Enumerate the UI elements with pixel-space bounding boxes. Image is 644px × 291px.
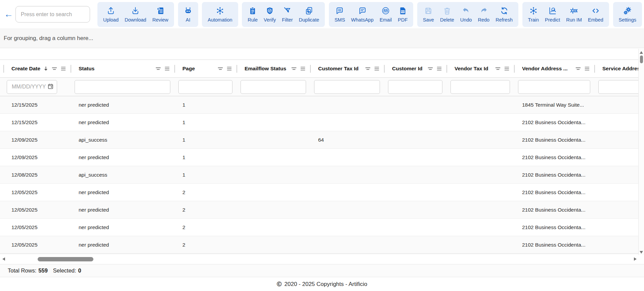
cell-page: 1 xyxy=(174,102,237,108)
toolbar-button-download[interactable]: Download xyxy=(122,6,149,23)
toolbar-button-undo[interactable]: Undo xyxy=(457,6,475,23)
filter-input-vendor_tax_id[interactable] xyxy=(450,80,510,94)
header-filter-icon[interactable] xyxy=(495,67,501,71)
filter-input-service_address[interactable] xyxy=(598,80,638,94)
toolbar-button-redo[interactable]: Redo xyxy=(475,6,493,23)
toolbar-button-refresh[interactable]: Refresh xyxy=(492,6,516,23)
column-menu-icon[interactable] xyxy=(227,66,232,71)
toolbar-button-rule[interactable]: Rule xyxy=(245,6,261,23)
column-menu-icon[interactable] xyxy=(504,66,509,71)
toolbar-button-train[interactable]: Train xyxy=(525,6,542,23)
toolbar-button-label: Rule xyxy=(248,17,258,23)
scroll-up-arrow-icon[interactable] xyxy=(640,51,643,54)
header-filter-icon[interactable] xyxy=(428,67,433,71)
column-header-page[interactable]: Page xyxy=(174,60,237,77)
toolbar-button-email[interactable]: Email xyxy=(377,6,395,23)
table-row[interactable]: 12/15/2025ner predicted11845 Terminal Wa… xyxy=(0,96,638,114)
column-menu-icon[interactable] xyxy=(300,66,305,71)
horizontal-scrollbar-thumb[interactable] xyxy=(38,257,93,261)
filter-input-status[interactable] xyxy=(75,80,170,94)
toolbar-group: AI xyxy=(178,2,198,27)
filter-input-customer_id[interactable] xyxy=(388,80,442,94)
table-row[interactable]: 12/05/2025ner predicted22102 Business Oc… xyxy=(0,236,638,254)
cell-status: ner predicted xyxy=(71,154,174,160)
scroll-down-arrow-icon[interactable] xyxy=(640,251,643,254)
header-filter-icon[interactable] xyxy=(365,67,371,71)
column-menu-icon[interactable] xyxy=(61,66,66,71)
filter-input-customer_tax_id[interactable] xyxy=(314,80,380,94)
table-row[interactable]: 12/15/2025ner predicted12102 Business Oc… xyxy=(0,114,638,131)
toolbar-button-label: Settings xyxy=(619,17,636,23)
header-filter-icon[interactable] xyxy=(218,67,223,71)
scroll-left-arrow-icon[interactable] xyxy=(2,257,5,261)
toolbar-button-settings[interactable]: Settings xyxy=(616,6,639,23)
toolbar-button-verify[interactable]: Verify xyxy=(261,6,279,23)
column-menu-icon[interactable] xyxy=(437,66,442,71)
pdf-icon: PDF xyxy=(398,6,407,15)
cell-status: ner predicted xyxy=(71,242,174,248)
calendar-icon[interactable] xyxy=(48,83,53,90)
grouping-bar-text: For grouping, drag a column here... xyxy=(4,35,93,42)
upload-icon xyxy=(106,6,115,15)
toolbar-button-pdf[interactable]: PDFPDF xyxy=(395,6,411,23)
vertical-scrollbar-thumb[interactable] xyxy=(640,56,643,63)
date-filter-input[interactable]: MM/DD/YYYY xyxy=(7,80,57,94)
table-row[interactable]: 12/05/2025ner predicted22102 Business Oc… xyxy=(0,219,638,236)
toolbar-button-run-im[interactable]: Run IM xyxy=(563,6,585,23)
column-header-customer_id[interactable]: Customer Id xyxy=(384,60,446,77)
column-header-service_address[interactable]: Service Address ... xyxy=(594,60,638,77)
column-menu-icon[interactable] xyxy=(374,66,379,71)
toolbar-button-predict[interactable]: Predict xyxy=(542,6,563,23)
filter-input-page[interactable] xyxy=(178,80,232,94)
status-bar: Total Rows: 559 Selected: 0 xyxy=(0,264,644,277)
column-header-customer_tax_id[interactable]: Customer Tax Id xyxy=(310,60,384,77)
grouping-bar[interactable]: For grouping, drag a column here... xyxy=(0,29,644,48)
toolbar-button-label: Review xyxy=(152,17,168,23)
toolbar-button-whatsapp[interactable]: WhatsApp xyxy=(348,6,377,23)
column-header-create_date[interactable]: Create Date xyxy=(3,60,71,77)
filter-input-emailflow_status[interactable] xyxy=(241,80,306,94)
toolbar-button-upload[interactable]: Upload xyxy=(100,6,122,23)
filter-input-vendor_address[interactable] xyxy=(518,80,590,94)
column-header-status[interactable]: Status xyxy=(71,60,174,77)
table-row[interactable]: 12/05/2025ner predicted22102 Business Oc… xyxy=(0,201,638,219)
header-filter-icon[interactable] xyxy=(52,67,57,71)
toolbar-button-delete[interactable]: Delete xyxy=(437,6,457,23)
column-header-emailflow_status[interactable]: Emailflow Status xyxy=(237,60,310,77)
cell-create_date: 12/15/2025 xyxy=(3,119,71,125)
filter-cell-vendor_address xyxy=(514,80,594,94)
email-icon xyxy=(381,6,390,15)
table-row[interactable]: 12/05/2025ner predicted22102 Business Oc… xyxy=(0,184,638,201)
scroll-right-arrow-icon[interactable] xyxy=(634,257,637,261)
vertical-scrollbar[interactable] xyxy=(638,49,644,255)
run-im-icon xyxy=(570,6,578,15)
toolbar-button-label: Email xyxy=(380,17,392,23)
svg-text:PDF: PDF xyxy=(401,11,405,13)
toolbar-button-duplicate[interactable]: Duplicate xyxy=(296,6,322,23)
horizontal-scrollbar[interactable] xyxy=(0,254,644,264)
column-menu-icon[interactable] xyxy=(165,66,170,71)
column-header-vendor_tax_id[interactable]: Vendor Tax Id xyxy=(446,60,514,77)
search-input[interactable] xyxy=(15,6,90,23)
table-row[interactable]: 12/09/2025ner predicted12102 Business Oc… xyxy=(0,149,638,166)
toolbar-group: SMSWhatsAppEmailPDFPDF xyxy=(329,2,414,27)
column-header-vendor_address[interactable]: Vendor Address ... xyxy=(514,60,594,77)
toolbar-button-review[interactable]: Review xyxy=(149,6,171,23)
back-button[interactable]: ← xyxy=(4,10,15,19)
cell-page: 2 xyxy=(174,242,237,248)
toolbar-button-filter[interactable]: Filter xyxy=(279,6,296,23)
toolbar-button-embed[interactable]: Embed xyxy=(585,6,606,23)
table-row[interactable]: 12/08/2025api_success12102 Business Occi… xyxy=(0,166,638,184)
column-menu-icon[interactable] xyxy=(585,66,590,71)
settings-icon xyxy=(623,6,632,15)
toolbar-button-save[interactable]: Save xyxy=(420,6,437,23)
table-row[interactable]: 12/09/2025api_success1642102 Business Oc… xyxy=(0,131,638,149)
cell-page: 1 xyxy=(174,154,237,160)
header-filter-icon[interactable] xyxy=(291,67,297,71)
header-filter-icon[interactable] xyxy=(575,67,581,71)
sort-descending-icon[interactable] xyxy=(44,66,48,71)
header-filter-icon[interactable] xyxy=(156,67,161,71)
toolbar-button-ai[interactable]: AI xyxy=(181,6,196,23)
toolbar-button-sms[interactable]: SMS xyxy=(332,6,348,23)
toolbar-button-automation[interactable]: Automation xyxy=(205,6,235,23)
